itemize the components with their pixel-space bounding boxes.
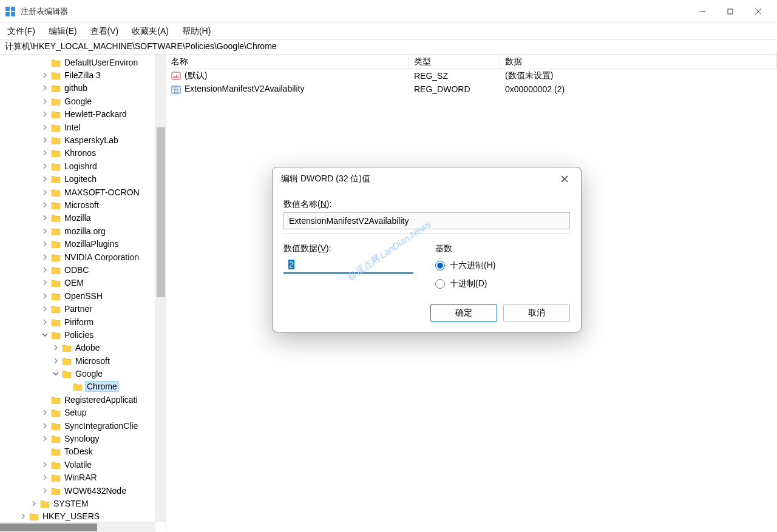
tree-node[interactable]: Policies: [0, 328, 166, 341]
chevron-right-icon[interactable]: [40, 124, 50, 130]
values-list[interactable]: ab(默认)REG_SZ(数值未设置)011110ExtensionManife…: [166, 69, 777, 96]
chevron-right-icon[interactable]: [29, 500, 39, 507]
tree-node[interactable]: NVIDIA Corporation: [0, 251, 166, 263]
tree-node[interactable]: github: [0, 82, 166, 95]
chevron-right-icon[interactable]: [40, 488, 50, 494]
radio-hex[interactable]: 十六进制(H): [435, 257, 495, 275]
menu-help[interactable]: 帮助(H): [180, 25, 213, 38]
chevron-right-icon[interactable]: [40, 150, 50, 156]
tree-node[interactable]: Hewlett-Packard: [0, 108, 166, 121]
tree-node[interactable]: Microsoft: [0, 354, 166, 367]
chevron-down-icon[interactable]: [40, 332, 50, 338]
tree-node[interactable]: Khronos: [0, 147, 166, 160]
tree-node[interactable]: WOW6432Node: [0, 484, 166, 497]
chevron-right-icon[interactable]: [40, 319, 50, 325]
tree-node[interactable]: Synology: [0, 432, 166, 445]
chevron-right-icon[interactable]: [40, 72, 50, 78]
chevron-right-icon[interactable]: [40, 409, 50, 416]
folder-icon: [51, 201, 61, 209]
tree-node[interactable]: MAXSOFT-OCRON: [0, 186, 166, 198]
chevron-right-icon[interactable]: [51, 345, 61, 351]
col-name[interactable]: 名称: [166, 55, 409, 69]
svg-rect-3: [11, 12, 15, 16]
tree-node[interactable]: ODBC: [0, 263, 166, 276]
tree-node[interactable]: RegisteredApplicati: [0, 393, 166, 406]
tree-vscrollbar[interactable]: [155, 55, 166, 522]
tree-node[interactable]: OEM: [0, 277, 166, 289]
chevron-right-icon[interactable]: [40, 306, 50, 312]
value-name-field[interactable]: [283, 212, 570, 229]
chevron-right-icon[interactable]: [40, 85, 50, 91]
radio-dec[interactable]: 十进制(D): [435, 275, 495, 293]
tree-node[interactable]: Logishrd: [0, 160, 166, 172]
tree-node[interactable]: Piriform: [0, 315, 166, 328]
tree-node[interactable]: Microsoft: [0, 198, 166, 211]
chevron-right-icon[interactable]: [40, 280, 50, 286]
tree-node-label: DefaultUserEnviron: [63, 58, 139, 67]
chevron-right-icon[interactable]: [40, 241, 50, 247]
tree-node[interactable]: WinRAR: [0, 471, 166, 484]
tree-node[interactable]: SYSTEM: [0, 497, 166, 510]
folder-icon: [51, 422, 61, 430]
menu-favorites[interactable]: 收藏夹(A): [129, 25, 171, 38]
tree-node[interactable]: Google: [0, 367, 166, 380]
tree[interactable]: DefaultUserEnvironFileZilla 3githubGoogl…: [0, 55, 166, 532]
menu-view[interactable]: 查看(V): [88, 25, 121, 38]
chevron-right-icon[interactable]: [40, 98, 50, 104]
tree-hscrollbar[interactable]: [0, 522, 155, 532]
col-data[interactable]: 数据: [500, 55, 777, 69]
tree-node[interactable]: Adobe: [0, 342, 166, 354]
tree-node-label: Google: [63, 96, 93, 106]
cancel-button[interactable]: 取消: [503, 304, 570, 322]
chevron-right-icon[interactable]: [40, 176, 50, 182]
chevron-right-icon[interactable]: [40, 228, 50, 234]
tree-node[interactable]: FileZilla 3: [0, 69, 166, 81]
app-icon: [5, 6, 16, 17]
edit-dword-dialog: 编辑 DWORD (32 位)值 数值名称(N): 数值数据(V): 2 基数: [272, 167, 582, 332]
chevron-right-icon[interactable]: [40, 215, 50, 221]
chevron-right-icon[interactable]: [40, 474, 50, 480]
tree-node[interactable]: Volatile: [0, 458, 166, 471]
tree-node[interactable]: Intel: [0, 121, 166, 133]
tree-node[interactable]: Setup: [0, 406, 166, 419]
tree-node[interactable]: HKEY_USERS: [0, 510, 166, 523]
chevron-right-icon[interactable]: [40, 202, 50, 208]
dialog-close-icon[interactable]: [557, 171, 572, 187]
tree-node[interactable]: ToDesk: [0, 445, 166, 458]
close-button[interactable]: [744, 2, 772, 21]
tree-node[interactable]: Mozilla: [0, 212, 166, 224]
chevron-right-icon[interactable]: [18, 513, 28, 519]
tree-node[interactable]: mozilla.org: [0, 224, 166, 237]
chevron-right-icon[interactable]: [40, 462, 50, 468]
tree-node[interactable]: Google: [0, 95, 166, 107]
address-bar[interactable]: 计算机\HKEY_LOCAL_MACHINE\SOFTWARE\Policies…: [0, 40, 777, 55]
tree-node[interactable]: SyncIntegrationClie: [0, 419, 166, 432]
value-row[interactable]: 011110ExtensionManifestV2AvailabilityREG…: [166, 82, 777, 96]
value-data-field[interactable]: 2: [283, 257, 413, 274]
maximize-button[interactable]: [716, 2, 744, 21]
col-type[interactable]: 类型: [409, 55, 500, 69]
menu-edit[interactable]: 编辑(E): [46, 25, 80, 38]
chevron-right-icon[interactable]: [40, 111, 50, 117]
chevron-right-icon[interactable]: [40, 293, 50, 299]
tree-node[interactable]: MozillaPlugins: [0, 237, 166, 250]
chevron-right-icon[interactable]: [40, 254, 50, 260]
tree-node[interactable]: Logitech: [0, 173, 166, 186]
chevron-right-icon[interactable]: [40, 423, 50, 429]
chevron-right-icon[interactable]: [40, 267, 50, 273]
chevron-right-icon[interactable]: [51, 358, 61, 364]
tree-node[interactable]: OpenSSH: [0, 289, 166, 302]
chevron-right-icon[interactable]: [40, 137, 50, 143]
value-row[interactable]: ab(默认)REG_SZ(数值未设置): [166, 69, 777, 82]
tree-node[interactable]: DefaultUserEnviron: [0, 56, 166, 69]
chevron-down-icon[interactable]: [51, 371, 61, 377]
tree-node[interactable]: Chrome: [0, 380, 166, 393]
ok-button[interactable]: 确定: [430, 304, 497, 322]
chevron-right-icon[interactable]: [40, 189, 50, 195]
minimize-button[interactable]: [688, 2, 716, 21]
tree-node[interactable]: KasperskyLab: [0, 133, 166, 146]
tree-node[interactable]: Partner: [0, 302, 166, 315]
chevron-right-icon[interactable]: [40, 436, 50, 442]
menu-file[interactable]: 文件(F): [5, 25, 38, 38]
chevron-right-icon[interactable]: [40, 163, 50, 169]
